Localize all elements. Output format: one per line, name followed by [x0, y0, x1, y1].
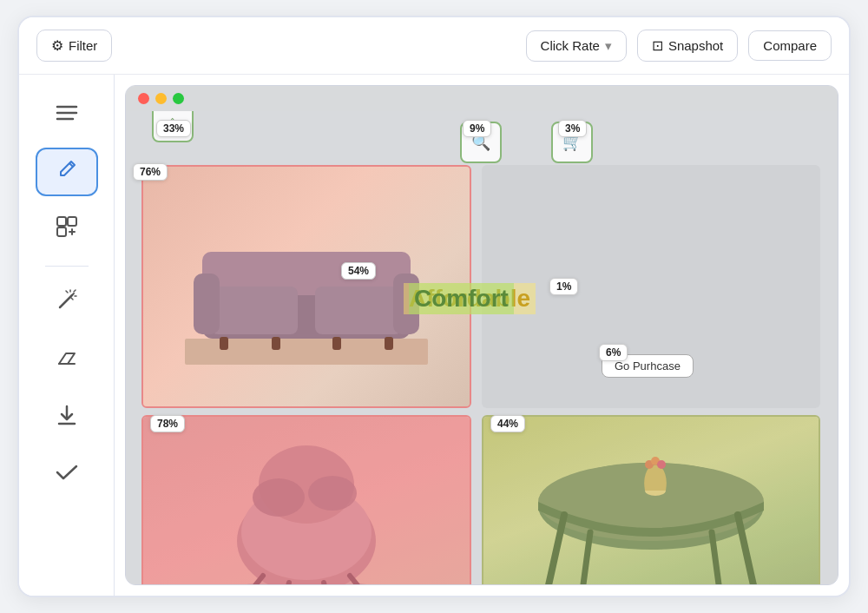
sidebar-item-confirm[interactable] [36, 451, 98, 499]
snapshot-label: Snapshot [668, 38, 723, 53]
badge-6: 6% [599, 344, 628, 361]
badge-9: 9% [463, 120, 491, 137]
magic-icon [55, 288, 79, 318]
compare-label: Compare [763, 38, 817, 53]
svg-rect-14 [211, 287, 298, 334]
cta-label: Go Purhcase [615, 359, 681, 372]
badge-78-text: 78% [157, 418, 178, 430]
badge-76: 76% [133, 163, 168, 181]
sidebar-item-magic[interactable] [36, 279, 98, 327]
svg-rect-21 [385, 337, 393, 350]
filter-label: Filter [69, 38, 97, 53]
badge-6-text: 6% [606, 346, 621, 359]
svg-rect-19 [272, 337, 280, 350]
browser-titlebar [126, 86, 838, 111]
svg-rect-3 [57, 217, 66, 226]
download-icon [57, 405, 76, 431]
badge-33-text: 33% [163, 122, 184, 135]
add-widget-icon [56, 215, 78, 243]
chevron-down-icon: ▾ [605, 38, 612, 54]
svg-rect-15 [315, 287, 402, 334]
badge-1-text: 1% [556, 280, 571, 293]
badge-44: 44% [490, 415, 525, 432]
sidebar-item-download[interactable] [36, 393, 98, 442]
close-traffic-light[interactable] [138, 93, 149, 104]
list-icon [56, 103, 78, 126]
svg-rect-18 [220, 337, 228, 350]
badge-44-text: 44% [497, 418, 518, 430]
sidebar-item-erase[interactable] [36, 336, 98, 385]
eraser-icon [56, 346, 78, 374]
filter-icon: ⚙ [51, 37, 63, 54]
sofa-illustration [185, 208, 428, 365]
sidebar [19, 75, 115, 596]
sidebar-item-list[interactable] [36, 90, 98, 139]
badge-54: 54% [341, 262, 376, 280]
svg-rect-16 [194, 274, 220, 334]
browser-window: ⌂ 🔍 🛒 [125, 85, 838, 585]
toolbar: ⚙ Filter Click Rate ▾ ⊡ Snapshot Compare [19, 17, 849, 75]
check-icon [56, 463, 78, 487]
main-container: ⚙ Filter Click Rate ▾ ⊡ Snapshot Compare [17, 16, 851, 597]
sidebar-item-add-widget[interactable] [36, 205, 98, 254]
click-rate-button[interactable]: Click Rate ▾ [526, 30, 627, 62]
svg-line-8 [60, 295, 72, 307]
banner-comfort-text: Comfort [409, 283, 514, 314]
badge-54-text: 54% [348, 265, 369, 277]
sidebar-divider [45, 266, 89, 267]
svg-rect-20 [332, 337, 341, 350]
main-content: ⌂ 🔍 🛒 [19, 75, 849, 596]
minimize-traffic-light[interactable] [155, 93, 167, 104]
badge-33: 33% [156, 120, 191, 137]
svg-rect-4 [68, 217, 76, 226]
badge-3: 3% [558, 120, 587, 137]
camera-icon: ⊡ [652, 37, 663, 54]
compare-button[interactable]: Compare [748, 30, 832, 61]
svg-rect-5 [57, 227, 66, 236]
click-rate-label: Click Rate [541, 38, 600, 53]
badge-1: 1% [549, 278, 578, 295]
badge-9-text: 9% [470, 122, 484, 135]
badge-78: 78% [150, 415, 185, 432]
pencil-icon [56, 158, 78, 186]
badge-76-text: 76% [140, 166, 161, 178]
filter-button[interactable]: ⚙ Filter [36, 30, 112, 62]
maximize-traffic-light[interactable] [173, 93, 184, 104]
badge-3-text: 3% [565, 122, 580, 135]
sidebar-item-edit[interactable] [36, 148, 98, 196]
canvas-area: ⌂ 🔍 🛒 [126, 111, 838, 584]
snapshot-button[interactable]: ⊡ Snapshot [637, 30, 738, 62]
